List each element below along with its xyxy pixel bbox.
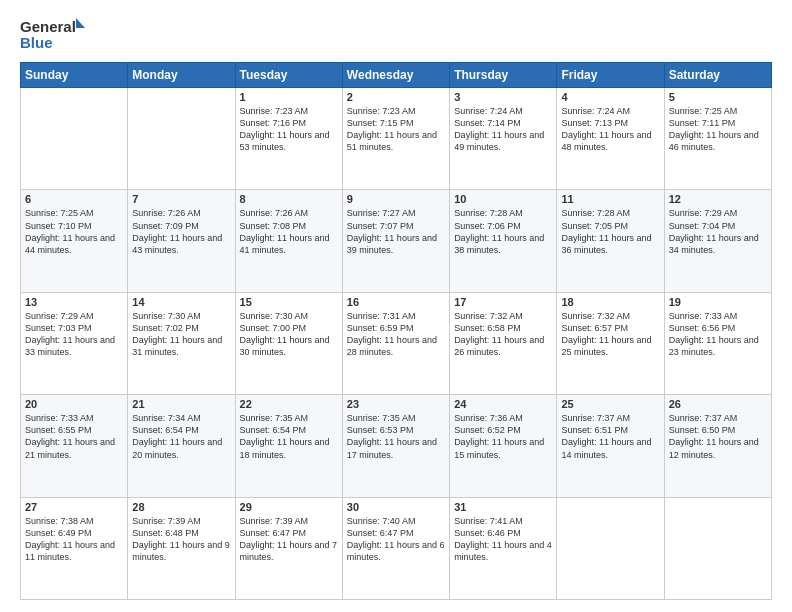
cell-info: Sunrise: 7:26 AM Sunset: 7:08 PM Dayligh…	[240, 207, 338, 256]
calendar-cell: 31Sunrise: 7:41 AM Sunset: 6:46 PM Dayli…	[450, 497, 557, 599]
cell-info: Sunrise: 7:39 AM Sunset: 6:47 PM Dayligh…	[240, 515, 338, 564]
calendar-cell: 21Sunrise: 7:34 AM Sunset: 6:54 PM Dayli…	[128, 395, 235, 497]
day-number: 8	[240, 193, 338, 205]
day-number: 16	[347, 296, 445, 308]
calendar-cell: 27Sunrise: 7:38 AM Sunset: 6:49 PM Dayli…	[21, 497, 128, 599]
calendar-cell: 14Sunrise: 7:30 AM Sunset: 7:02 PM Dayli…	[128, 292, 235, 394]
cell-info: Sunrise: 7:38 AM Sunset: 6:49 PM Dayligh…	[25, 515, 123, 564]
day-number: 2	[347, 91, 445, 103]
calendar-cell: 10Sunrise: 7:28 AM Sunset: 7:06 PM Dayli…	[450, 190, 557, 292]
calendar-cell: 26Sunrise: 7:37 AM Sunset: 6:50 PM Dayli…	[664, 395, 771, 497]
cell-info: Sunrise: 7:33 AM Sunset: 6:56 PM Dayligh…	[669, 310, 767, 359]
day-number: 28	[132, 501, 230, 513]
cell-info: Sunrise: 7:34 AM Sunset: 6:54 PM Dayligh…	[132, 412, 230, 461]
cell-info: Sunrise: 7:24 AM Sunset: 7:14 PM Dayligh…	[454, 105, 552, 154]
cell-info: Sunrise: 7:35 AM Sunset: 6:54 PM Dayligh…	[240, 412, 338, 461]
calendar-cell	[21, 88, 128, 190]
day-number: 30	[347, 501, 445, 513]
calendar-week-row: 6Sunrise: 7:25 AM Sunset: 7:10 PM Daylig…	[21, 190, 772, 292]
day-number: 22	[240, 398, 338, 410]
weekday-header-sunday: Sunday	[21, 63, 128, 88]
cell-info: Sunrise: 7:39 AM Sunset: 6:48 PM Dayligh…	[132, 515, 230, 564]
calendar-cell: 3Sunrise: 7:24 AM Sunset: 7:14 PM Daylig…	[450, 88, 557, 190]
day-number: 26	[669, 398, 767, 410]
calendar-cell	[664, 497, 771, 599]
cell-info: Sunrise: 7:27 AM Sunset: 7:07 PM Dayligh…	[347, 207, 445, 256]
logo-svg: GeneralBlue	[20, 16, 90, 52]
calendar-table: SundayMondayTuesdayWednesdayThursdayFrid…	[20, 62, 772, 600]
svg-text:General: General	[20, 18, 76, 35]
day-number: 6	[25, 193, 123, 205]
calendar-cell	[557, 497, 664, 599]
day-number: 9	[347, 193, 445, 205]
cell-info: Sunrise: 7:25 AM Sunset: 7:10 PM Dayligh…	[25, 207, 123, 256]
weekday-header-tuesday: Tuesday	[235, 63, 342, 88]
day-number: 15	[240, 296, 338, 308]
calendar-cell: 5Sunrise: 7:25 AM Sunset: 7:11 PM Daylig…	[664, 88, 771, 190]
calendar-cell: 29Sunrise: 7:39 AM Sunset: 6:47 PM Dayli…	[235, 497, 342, 599]
svg-text:Blue: Blue	[20, 34, 53, 51]
day-number: 18	[561, 296, 659, 308]
day-number: 29	[240, 501, 338, 513]
calendar-week-row: 1Sunrise: 7:23 AM Sunset: 7:16 PM Daylig…	[21, 88, 772, 190]
calendar-cell: 9Sunrise: 7:27 AM Sunset: 7:07 PM Daylig…	[342, 190, 449, 292]
cell-info: Sunrise: 7:32 AM Sunset: 6:58 PM Dayligh…	[454, 310, 552, 359]
calendar-cell: 22Sunrise: 7:35 AM Sunset: 6:54 PM Dayli…	[235, 395, 342, 497]
calendar-header-row: SundayMondayTuesdayWednesdayThursdayFrid…	[21, 63, 772, 88]
day-number: 1	[240, 91, 338, 103]
day-number: 21	[132, 398, 230, 410]
calendar-week-row: 20Sunrise: 7:33 AM Sunset: 6:55 PM Dayli…	[21, 395, 772, 497]
cell-info: Sunrise: 7:37 AM Sunset: 6:50 PM Dayligh…	[669, 412, 767, 461]
cell-info: Sunrise: 7:30 AM Sunset: 7:02 PM Dayligh…	[132, 310, 230, 359]
calendar-cell: 23Sunrise: 7:35 AM Sunset: 6:53 PM Dayli…	[342, 395, 449, 497]
calendar-cell: 4Sunrise: 7:24 AM Sunset: 7:13 PM Daylig…	[557, 88, 664, 190]
day-number: 27	[25, 501, 123, 513]
cell-info: Sunrise: 7:41 AM Sunset: 6:46 PM Dayligh…	[454, 515, 552, 564]
day-number: 23	[347, 398, 445, 410]
calendar-cell: 24Sunrise: 7:36 AM Sunset: 6:52 PM Dayli…	[450, 395, 557, 497]
calendar-cell: 2Sunrise: 7:23 AM Sunset: 7:15 PM Daylig…	[342, 88, 449, 190]
day-number: 20	[25, 398, 123, 410]
cell-info: Sunrise: 7:23 AM Sunset: 7:15 PM Dayligh…	[347, 105, 445, 154]
day-number: 17	[454, 296, 552, 308]
day-number: 25	[561, 398, 659, 410]
cell-info: Sunrise: 7:40 AM Sunset: 6:47 PM Dayligh…	[347, 515, 445, 564]
cell-info: Sunrise: 7:24 AM Sunset: 7:13 PM Dayligh…	[561, 105, 659, 154]
svg-marker-2	[76, 18, 85, 28]
calendar-week-row: 27Sunrise: 7:38 AM Sunset: 6:49 PM Dayli…	[21, 497, 772, 599]
cell-info: Sunrise: 7:31 AM Sunset: 6:59 PM Dayligh…	[347, 310, 445, 359]
calendar-cell: 17Sunrise: 7:32 AM Sunset: 6:58 PM Dayli…	[450, 292, 557, 394]
calendar-cell: 1Sunrise: 7:23 AM Sunset: 7:16 PM Daylig…	[235, 88, 342, 190]
cell-info: Sunrise: 7:32 AM Sunset: 6:57 PM Dayligh…	[561, 310, 659, 359]
day-number: 24	[454, 398, 552, 410]
calendar-week-row: 13Sunrise: 7:29 AM Sunset: 7:03 PM Dayli…	[21, 292, 772, 394]
weekday-header-saturday: Saturday	[664, 63, 771, 88]
calendar-cell: 13Sunrise: 7:29 AM Sunset: 7:03 PM Dayli…	[21, 292, 128, 394]
day-number: 4	[561, 91, 659, 103]
calendar-cell: 6Sunrise: 7:25 AM Sunset: 7:10 PM Daylig…	[21, 190, 128, 292]
weekday-header-thursday: Thursday	[450, 63, 557, 88]
day-number: 7	[132, 193, 230, 205]
calendar-cell: 8Sunrise: 7:26 AM Sunset: 7:08 PM Daylig…	[235, 190, 342, 292]
cell-info: Sunrise: 7:35 AM Sunset: 6:53 PM Dayligh…	[347, 412, 445, 461]
logo: GeneralBlue	[20, 16, 90, 52]
calendar-cell: 12Sunrise: 7:29 AM Sunset: 7:04 PM Dayli…	[664, 190, 771, 292]
calendar-cell: 11Sunrise: 7:28 AM Sunset: 7:05 PM Dayli…	[557, 190, 664, 292]
calendar-cell: 28Sunrise: 7:39 AM Sunset: 6:48 PM Dayli…	[128, 497, 235, 599]
day-number: 5	[669, 91, 767, 103]
calendar-cell	[128, 88, 235, 190]
calendar-cell: 25Sunrise: 7:37 AM Sunset: 6:51 PM Dayli…	[557, 395, 664, 497]
day-number: 12	[669, 193, 767, 205]
weekday-header-wednesday: Wednesday	[342, 63, 449, 88]
calendar-cell: 18Sunrise: 7:32 AM Sunset: 6:57 PM Dayli…	[557, 292, 664, 394]
day-number: 11	[561, 193, 659, 205]
cell-info: Sunrise: 7:29 AM Sunset: 7:04 PM Dayligh…	[669, 207, 767, 256]
cell-info: Sunrise: 7:30 AM Sunset: 7:00 PM Dayligh…	[240, 310, 338, 359]
cell-info: Sunrise: 7:37 AM Sunset: 6:51 PM Dayligh…	[561, 412, 659, 461]
header: GeneralBlue	[20, 16, 772, 52]
weekday-header-friday: Friday	[557, 63, 664, 88]
calendar-cell: 16Sunrise: 7:31 AM Sunset: 6:59 PM Dayli…	[342, 292, 449, 394]
cell-info: Sunrise: 7:26 AM Sunset: 7:09 PM Dayligh…	[132, 207, 230, 256]
calendar-cell: 7Sunrise: 7:26 AM Sunset: 7:09 PM Daylig…	[128, 190, 235, 292]
day-number: 10	[454, 193, 552, 205]
